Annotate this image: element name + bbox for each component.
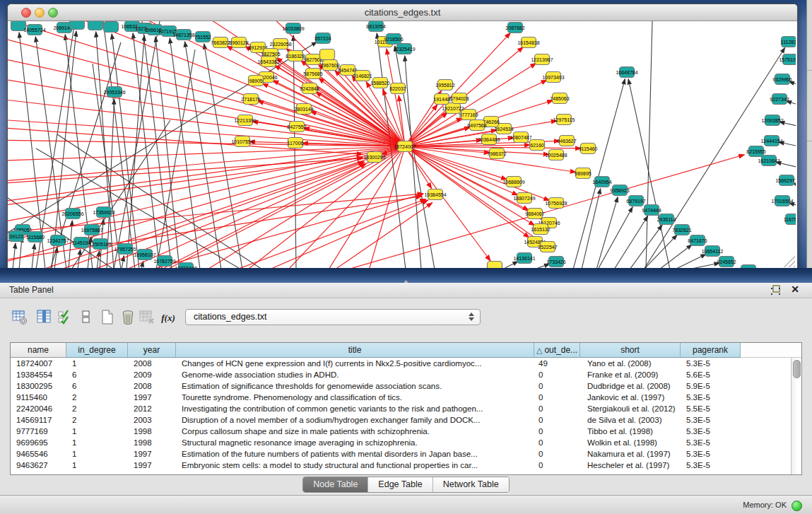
table-row[interactable]: 1938455462009Genome-wide association stu… [11,369,801,380]
cell-in_degree: 1 [66,358,128,369]
cell-year: 1998 [128,426,176,437]
graph-node[interactable] [488,262,502,269]
delete-table-icon [139,309,155,326]
row-panes-button[interactable] [76,308,96,328]
graph-node-label: 9227343 [770,97,789,102]
cell-pagerank: 5.3E-5 [681,437,741,448]
graph-node-label: 17016504 [771,199,793,204]
cell-year: 1998 [128,437,176,448]
graph-node-label: 10975887 [81,228,102,233]
table-row[interactable]: 946362711997Embryonic stem cells: a mode… [11,460,801,471]
graph-edge [52,31,76,268]
table-row[interactable]: 946554611997Estimation of the future num… [11,448,801,460]
column-visibility-button[interactable] [35,308,54,328]
graph-node[interactable] [320,49,335,60]
combo-arrows-icon [469,313,474,321]
graph-edge [405,56,421,268]
graph-node-label: 751552 [194,35,211,40]
function-builder-button[interactable]: f(x) [158,308,178,328]
tab-edge-table[interactable]: Edge Table [367,477,432,492]
graph-node-label: 17957255 [114,247,136,252]
table-row[interactable]: 969969511998Structural magnetic resonanc… [11,437,801,448]
graph-node-label: 14671358 [172,33,194,37]
graph-node-label: 20053346 [103,90,125,95]
scrollbar-thumb[interactable] [793,360,801,378]
new-document-button[interactable] [98,308,117,328]
table-row[interactable]: 1830029562008Estimation of significance … [11,380,801,392]
cell-short: Franke et al. (2009) [580,369,681,380]
close-panel-icon[interactable]: ✕ [791,284,799,295]
header-filler [741,343,801,358]
graph-node-label: 17359928 [93,210,114,215]
cell-title: Disruption of a novel member of a sodium… [176,414,534,426]
graph-node-label: 1167553 [784,217,796,222]
delete-button[interactable] [118,308,138,328]
graph-edge [688,263,719,268]
table-row[interactable]: 2242004622012Investigating the contribut… [11,403,801,414]
graph-node-label: 9884067 [525,211,544,216]
graph-node[interactable] [88,21,103,30]
graph-node-label: 39123 [9,234,23,239]
cell-name: 9463627 [11,460,66,471]
cell-short: Yano et al. (2008) [580,358,681,369]
graph-node-label: 7832621 [672,228,691,233]
graph-node-label: 9242848 [300,86,319,91]
float-panel-icon[interactable] [770,285,781,296]
graph-edge [13,243,16,268]
column-header-year[interactable]: year [128,343,176,358]
graph-node-label: 10025488 [545,153,567,158]
graph-node-label: 8454749 [338,68,357,73]
cell-title: Estimation of significance thresholds fo… [176,380,534,392]
column-header-in_degree[interactable]: in_degree [66,343,128,358]
table-scrollbar[interactable] [791,358,801,474]
graph-node-label: 19210722 [442,106,464,111]
graph-node-label: 14136141 [513,256,535,261]
column-header-short[interactable]: short [580,343,681,358]
cell-in_degree: 1 [66,460,128,471]
window-titlebar[interactable]: citations_edges.txt [8,4,797,21]
column-header-out_degree[interactable]: △ out_de... [534,343,580,358]
graph-node-label: 1955812 [435,83,454,88]
column-header-name[interactable]: name [11,343,66,358]
panel-splitter[interactable] [0,268,812,283]
table-row[interactable]: 977716911998Corpus callosum shape and si… [11,426,801,437]
network-svg[interactable]: 1872400718300295766382289601288912934232… [8,21,796,268]
cell-year: 2012 [128,403,176,414]
table-row[interactable]: 911546021997Tourette syndrome. Phenomeno… [11,392,801,403]
cell-out_degree: 0 [534,426,580,437]
graph-node[interactable] [70,21,85,30]
column-header-pagerank[interactable]: pagerank [681,343,741,358]
desktop: citations_edges.txt 18724007183002957663… [0,0,812,283]
cell-name: 9465546 [11,448,66,460]
tab-network-table[interactable]: Network Table [433,477,509,492]
graph-node-label: 16958107 [134,252,155,257]
network-canvas[interactable]: 1872400718300295766382289601288912934232… [8,21,796,268]
delete-table-button-disabled[interactable] [137,308,157,328]
cell-short: Wolkin et al. (1998) [580,437,681,448]
cell-out_degree: 0 [534,369,580,380]
graph-node-label: 8813054 [366,24,385,29]
table-settings-button[interactable] [10,308,30,328]
column-visibility-icon [36,309,53,326]
table-row[interactable]: 1456911722003Disruption of a novel membe… [11,414,801,426]
graph-node-label: 8471676 [688,238,707,243]
minimize-window-button[interactable] [35,8,45,18]
table-select-dropdown[interactable]: citations_edges.txt [185,309,481,325]
sort-asc-icon: △ [536,346,545,354]
cell-year: 2009 [128,369,176,380]
zoom-window-button[interactable] [48,8,58,18]
graph-node-label: 6879197 [626,199,645,204]
network-view-window[interactable]: citations_edges.txt 18724007183002957663… [7,4,798,269]
graph-node-label: 18300295 [363,155,385,160]
cell-short: Tibbo et al. (1998) [580,426,681,437]
graph-node[interactable] [104,22,119,33]
table-row[interactable]: 1872400712008Changes of HCN gene express… [11,358,801,369]
memory-status-label: Memory: OK [743,496,787,514]
close-window-button[interactable] [21,8,31,18]
graph-node-label: 20364486 [478,137,500,142]
select-checks-button[interactable] [56,308,76,328]
graph-node-label: 1733426 [546,259,565,264]
column-header-title[interactable]: title [176,343,534,358]
tab-node-table[interactable]: Node Table [303,477,367,492]
graph-node-label: 12505185 [89,242,111,247]
